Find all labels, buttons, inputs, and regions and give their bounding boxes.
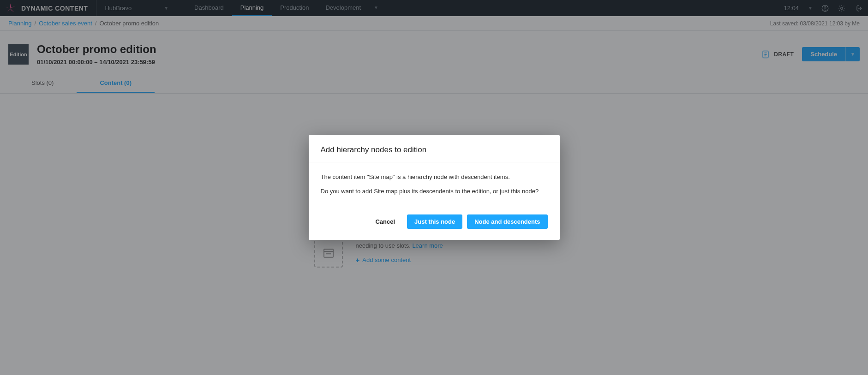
modal-header: Add hierarchy nodes to edition xyxy=(309,135,560,162)
cancel-button[interactable]: Cancel xyxy=(368,214,402,229)
modal-text-1: The content item "Site map" is a hierarc… xyxy=(321,173,548,182)
modal-actions: Cancel Just this node Node and descenden… xyxy=(309,205,560,240)
modal-text-2: Do you want to add Site map plus its des… xyxy=(321,187,548,196)
just-this-node-button[interactable]: Just this node xyxy=(407,214,462,229)
add-hierarchy-modal: Add hierarchy nodes to edition The conte… xyxy=(309,135,560,240)
modal-overlay[interactable]: Add hierarchy nodes to edition The conte… xyxy=(0,0,868,375)
node-and-descendents-button[interactable]: Node and descendents xyxy=(467,214,547,229)
modal-title: Add hierarchy nodes to edition xyxy=(321,145,548,155)
modal-body: The content item "Site map" is a hierarc… xyxy=(309,162,560,206)
